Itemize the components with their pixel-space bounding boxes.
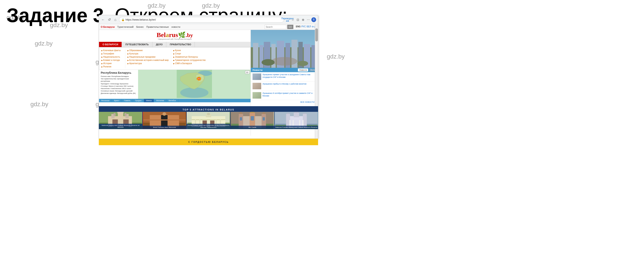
news-text-2[interactable]: Лукашенко прибыл в Москву с рабочим визи… <box>262 83 306 85</box>
attraction-caption-brest: Brest Fortress Hero Memorial <box>143 126 186 129</box>
menu-klyuchevye-fakty[interactable]: Ключевые факты <box>102 49 123 52</box>
refresh-button[interactable]: ↺ <box>107 17 112 22</box>
watermark-11: gdz.by <box>30 101 48 108</box>
main-nav-tabs: О БЕЛАРУСИ ПУТЕШЕСТВОВАТЬ ДЕЛО ПРАВИТЕЛЬ… <box>99 42 250 47</box>
republic-details: Полное имя: Республика Беларусь Тип прав… <box>101 75 136 95</box>
lang-eng[interactable]: ENG <box>296 25 301 28</box>
more-button[interactable]: ⋯ <box>306 17 310 22</box>
all-news-link[interactable]: ВСЕ НОВОСТИ » <box>251 100 318 104</box>
attraction-polotsk[interactable]: National Polotsk History and Culture Mus… <box>275 112 318 129</box>
nav-novosti[interactable]: новости <box>172 25 180 28</box>
city-photo-area <box>251 30 318 68</box>
svg-rect-56 <box>251 116 254 121</box>
menu-religiya[interactable]: Религия <box>102 65 123 68</box>
home-button[interactable]: ⌂ <box>113 17 118 22</box>
title-bold: Задание 3. <box>6 4 109 26</box>
news-tab-novosti[interactable]: Новости <box>298 68 308 72</box>
menu-istoriya[interactable]: История <box>102 62 123 65</box>
minsk-photo-svg <box>251 30 318 68</box>
attraction-gomel[interactable]: Gomel Palace and Park Ensemble of the Ru… <box>187 112 230 129</box>
attraction-nesvizh[interactable]: National History and Culture Museum-Rese… <box>99 112 142 129</box>
menu-obrazovanie[interactable]: Образование <box>128 49 169 52</box>
url-text: https://www.belarus.by/en/ <box>126 18 156 21</box>
menu-estestvennaya[interactable]: Естественная история и животный мир <box>128 58 169 62</box>
news-item-3: Лукашенко 8 октября примет участие в сам… <box>251 91 318 100</box>
menu-smi[interactable]: СМИ в Беларуси <box>173 62 206 65</box>
menu-gumanitarnoe[interactable]: Гуманитарное сотрудничество <box>173 58 206 62</box>
search-input[interactable] <box>265 25 286 29</box>
yellow-strip: С ГОРДОСТЬЮ БЕЛАРУСЬ <box>99 139 318 145</box>
news-thumb-3 <box>252 92 261 99</box>
language-buttons: ENG РУС БЕЛ 中文 <box>296 25 316 28</box>
site-logo-area: Belarus🌿.by Официальный сайт Республики … <box>99 30 250 42</box>
city-tab-vitebsk[interactable]: Витебск <box>166 99 178 102</box>
menu-kukhnya[interactable]: Кухня <box>173 49 206 52</box>
menu-kultura[interactable]: Культура <box>128 52 169 55</box>
news-item-2: Лукашенко прибыл в Москву с рабочим визи… <box>251 82 318 91</box>
republic-title: Республика Беларусь <box>101 71 136 74</box>
scrollbar-thumb[interactable] <box>315 28 318 41</box>
attraction-caption-polotsk: National Polotsk History and Culture Mus… <box>275 126 318 129</box>
address-bar[interactable]: 🔒 https://www.belarus.by/en/ <box>119 17 284 22</box>
svg-rect-36 <box>143 120 186 121</box>
menu-sport[interactable]: Спорт <box>173 52 206 55</box>
nav-touristicheskiy[interactable]: Туристический <box>117 25 134 28</box>
svg-rect-58 <box>263 117 265 121</box>
browser-actions: Переведено а⊕ ☆ ⊡ ⊕ ⋯ B <box>285 17 316 22</box>
site-top-bar: О Беларуси Туристический бизнес Правител… <box>99 24 318 30</box>
svg-rect-25 <box>114 113 116 116</box>
search-button[interactable]: GO <box>287 25 293 29</box>
attraction-caption-mir: Mir Castle <box>230 126 274 129</box>
menu-arkhitektura[interactable]: Архитектура <box>128 62 169 65</box>
menu-natsionalnost[interactable]: Национальность <box>102 55 123 58</box>
news-tabs: Новости Фото <box>298 68 316 72</box>
menu-col-2: Образование Культура Национальные праздн… <box>125 49 171 68</box>
lang-bel[interactable]: БЕЛ <box>306 25 311 28</box>
attraction-brest[interactable]: Brest Fortress Hero Memorial <box>143 112 186 129</box>
menu-natsionalnye-prazdniki[interactable]: Национальные праздники <box>128 55 169 58</box>
translate-button[interactable]: Переведено а⊕ <box>285 17 290 22</box>
nav-pravitelstvennye[interactable]: Правительственные <box>146 25 169 28</box>
yellow-strip-text: С ГОРДОСТЬЮ БЕЛАРУСЬ <box>188 141 229 143</box>
lang-rus[interactable]: РУС <box>301 25 306 28</box>
tab-puteshestvovat[interactable]: ПУТЕШЕСТВОВАТЬ <box>122 42 152 47</box>
menu-znamenitye[interactable]: Знаменитые белорусы <box>173 55 206 58</box>
profile-button[interactable]: B <box>311 17 316 22</box>
city-tab-minsk[interactable]: Минск <box>144 99 154 102</box>
tab-o-belarusi[interactable]: О БЕЛАРУСИ <box>99 42 122 47</box>
city-tab-regions[interactable]: Регионах <box>99 99 112 102</box>
svg-point-37 <box>163 112 166 116</box>
cast-button[interactable]: ⊡ <box>296 17 300 22</box>
svg-point-19 <box>297 61 308 66</box>
extensions-button[interactable]: ⊕ <box>301 17 305 22</box>
menu-klimat[interactable]: Климат и погода <box>102 58 123 62</box>
city-tab-gomel[interactable]: Гомель <box>122 99 133 102</box>
back-button[interactable]: ← <box>101 17 106 22</box>
menu-geografiya[interactable]: География <box>102 52 123 55</box>
news-thumb-1 <box>252 73 261 80</box>
svg-rect-30 <box>118 112 123 120</box>
nav-o-belarusi[interactable]: О Беларуси <box>101 25 115 28</box>
news-text-1[interactable]: Лукашенко примет участие в заседании Сов… <box>262 73 316 78</box>
svg-point-4 <box>198 78 200 79</box>
nav-biznes[interactable]: бизнес <box>136 25 144 28</box>
belarus-text-info: Республика Беларусь Полное имя: Республи… <box>99 70 138 99</box>
attractions-grid: National History and Culture Museum-Rese… <box>99 112 318 129</box>
belarus-info-panel: Республика Беларусь Полное имя: Республи… <box>99 70 250 99</box>
city-tab-brest[interactable]: Брест <box>112 99 122 102</box>
bookmark-button[interactable]: ☆ <box>290 17 295 22</box>
news-text-3[interactable]: Лукашенко 8 октября примет участие в сам… <box>262 92 316 97</box>
menu-col-3: Кухня Спорт Знаменитые белорусы Гуманита… <box>171 49 208 68</box>
city-tab-grodno[interactable]: Гродно <box>133 99 144 102</box>
attractions-banner: TOP 5 ATTRACTIONS IN BELARUS <box>99 106 318 129</box>
tab-delo[interactable]: ДЕЛО <box>152 42 166 47</box>
dropdown-menu: Ключевые факты География Национальность … <box>99 47 250 70</box>
svg-rect-63 <box>294 113 299 117</box>
map-zoom-btn[interactable]: Q+ <box>245 71 250 74</box>
site-nav-links: О Беларуси Туристический бизнес Правител… <box>101 25 262 28</box>
svg-point-18 <box>262 59 275 66</box>
attraction-mir[interactable]: Mir Castle <box>230 112 274 129</box>
logo-text: Bel <box>156 31 166 38</box>
city-tab-mogilev[interactable]: Могилев <box>154 99 166 102</box>
tab-pravitelstvo[interactable]: ПРАВИТЕЛЬСТВО <box>166 42 195 47</box>
